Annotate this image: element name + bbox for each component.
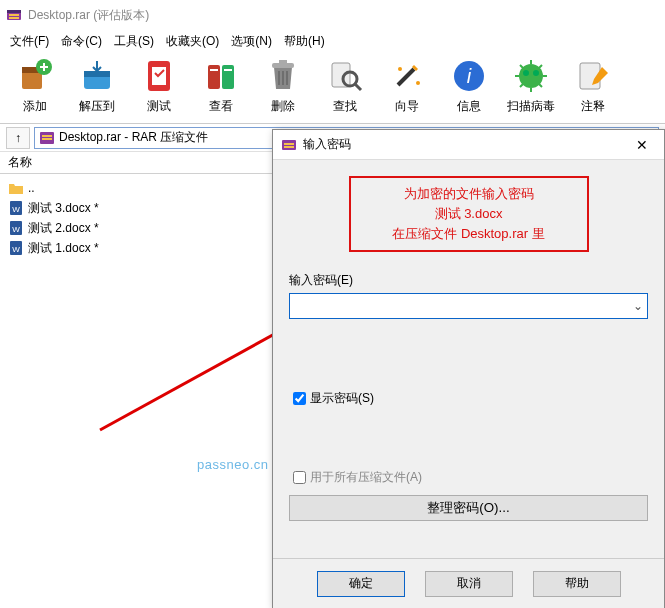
- dialog-titlebar: 输入密码 ✕: [273, 130, 664, 160]
- menu-tools[interactable]: 工具(S): [108, 31, 160, 52]
- svg-text:i: i: [467, 65, 472, 87]
- toolbar-extract-label: 解压到: [79, 98, 115, 115]
- svg-text:W: W: [12, 205, 20, 214]
- svg-point-19: [398, 67, 402, 71]
- toolbar-find[interactable]: 查找: [316, 56, 374, 123]
- svg-rect-39: [284, 143, 294, 145]
- window-titlebar: Desktop.rar (评估版本): [0, 0, 665, 30]
- docx-icon: W: [8, 240, 24, 256]
- svg-rect-28: [42, 135, 52, 137]
- password-dialog: 输入密码 ✕ 为加密的文件输入密码 测试 3.docx 在压缩文件 Deskto…: [272, 129, 665, 608]
- toolbar-info[interactable]: i 信息: [440, 56, 498, 123]
- toolbar-delete[interactable]: 删除: [254, 56, 312, 123]
- svg-text:W: W: [12, 225, 20, 234]
- svg-rect-2: [9, 14, 19, 16]
- up-icon: ↑: [15, 131, 21, 145]
- docx-icon: W: [8, 220, 24, 236]
- ok-button[interactable]: 确定: [317, 571, 405, 597]
- toolbar-add-label: 添加: [23, 98, 47, 115]
- svg-rect-11: [208, 65, 220, 89]
- toolbar-wizard[interactable]: 向导: [378, 56, 436, 123]
- notice-box: 为加密的文件输入密码 测试 3.docx 在压缩文件 Desktop.rar 里: [349, 176, 589, 252]
- info-icon: i: [449, 56, 489, 96]
- svg-point-20: [416, 81, 420, 85]
- up-button[interactable]: ↑: [6, 127, 30, 149]
- toolbar-view-label: 查看: [209, 98, 233, 115]
- toolbar-add[interactable]: 添加: [6, 56, 64, 123]
- menu-favorites[interactable]: 收藏夹(O): [160, 31, 225, 52]
- close-icon: ✕: [636, 137, 648, 153]
- window-title: Desktop.rar (评估版本): [28, 7, 149, 24]
- svg-rect-17: [332, 63, 350, 87]
- notice-line: 测试 3.docx: [359, 204, 579, 224]
- list-item-label: ..: [28, 181, 35, 195]
- add-icon: [15, 56, 55, 96]
- svg-rect-29: [42, 138, 52, 140]
- folder-up-icon: [8, 180, 24, 196]
- password-label: 输入密码(E): [289, 272, 648, 289]
- svg-rect-1: [7, 10, 21, 13]
- dialog-footer: 确定 取消 帮助: [273, 558, 664, 608]
- menubar: 文件(F) 命令(C) 工具(S) 收藏夹(O) 选项(N) 帮助(H): [0, 30, 665, 52]
- menu-command[interactable]: 命令(C): [55, 31, 108, 52]
- toolbar-virus-label: 扫描病毒: [507, 98, 555, 115]
- password-input[interactable]: [289, 293, 648, 319]
- toolbar-test[interactable]: 测试: [130, 56, 188, 123]
- notice-line: 为加密的文件输入密码: [359, 184, 579, 204]
- show-password-label: 显示密码(S): [310, 390, 374, 407]
- organize-passwords-button[interactable]: 整理密码(O)...: [289, 495, 648, 521]
- winrar-icon: [281, 137, 297, 153]
- svg-rect-12: [222, 65, 234, 89]
- toolbar-comment-label: 注释: [581, 98, 605, 115]
- toolbar-comment[interactable]: 注释: [564, 56, 622, 123]
- svg-rect-40: [284, 146, 294, 148]
- archive-icon: [39, 130, 55, 146]
- extract-icon: [77, 56, 117, 96]
- toolbar-extract[interactable]: 解压到: [68, 56, 126, 123]
- show-password-row[interactable]: 显示密码(S): [289, 389, 648, 408]
- menu-file[interactable]: 文件(F): [4, 31, 55, 52]
- close-button[interactable]: ✕: [628, 134, 656, 156]
- col-name: 名称: [8, 154, 32, 171]
- show-password-checkbox[interactable]: [293, 392, 306, 405]
- test-icon: [139, 56, 179, 96]
- help-button[interactable]: 帮助: [533, 571, 621, 597]
- watermark-text: passneo.cn: [197, 457, 269, 472]
- toolbar-delete-label: 删除: [271, 98, 295, 115]
- comment-icon: [573, 56, 613, 96]
- toolbar: 添加 解压到 测试 查看 删除 查找 向导 i 信息 扫描病毒 注释: [0, 52, 665, 124]
- use-all-checkbox[interactable]: [293, 471, 306, 484]
- list-item-label: 测试 3.docx *: [28, 200, 99, 217]
- wizard-icon: [387, 56, 427, 96]
- chevron-down-icon: ⌄: [633, 299, 643, 313]
- cancel-button[interactable]: 取消: [425, 571, 513, 597]
- find-icon: [325, 56, 365, 96]
- toolbar-test-label: 测试: [147, 98, 171, 115]
- virus-icon: [511, 56, 551, 96]
- list-item-label: 测试 2.docx *: [28, 220, 99, 237]
- toolbar-virus[interactable]: 扫描病毒: [502, 56, 560, 123]
- view-icon: [201, 56, 241, 96]
- list-item-label: 测试 1.docx *: [28, 240, 99, 257]
- menu-help[interactable]: 帮助(H): [278, 31, 331, 52]
- password-dropdown[interactable]: ⌄: [629, 294, 647, 318]
- docx-icon: W: [8, 200, 24, 216]
- svg-rect-16: [279, 60, 287, 64]
- toolbar-info-label: 信息: [457, 98, 481, 115]
- svg-rect-14: [224, 69, 232, 71]
- menu-options[interactable]: 选项(N): [225, 31, 278, 52]
- svg-point-25: [533, 70, 539, 76]
- winrar-icon: [6, 7, 22, 23]
- toolbar-find-label: 查找: [333, 98, 357, 115]
- toolbar-wizard-label: 向导: [395, 98, 419, 115]
- svg-rect-3: [9, 17, 19, 19]
- svg-rect-13: [210, 69, 218, 71]
- notice-line: 在压缩文件 Desktop.rar 里: [359, 224, 579, 244]
- svg-point-24: [523, 70, 529, 76]
- use-all-row[interactable]: 用于所有压缩文件(A): [289, 468, 648, 487]
- svg-text:W: W: [12, 245, 20, 254]
- delete-icon: [263, 56, 303, 96]
- dialog-title: 输入密码: [303, 136, 628, 153]
- toolbar-view[interactable]: 查看: [192, 56, 250, 123]
- use-all-label: 用于所有压缩文件(A): [310, 469, 422, 486]
